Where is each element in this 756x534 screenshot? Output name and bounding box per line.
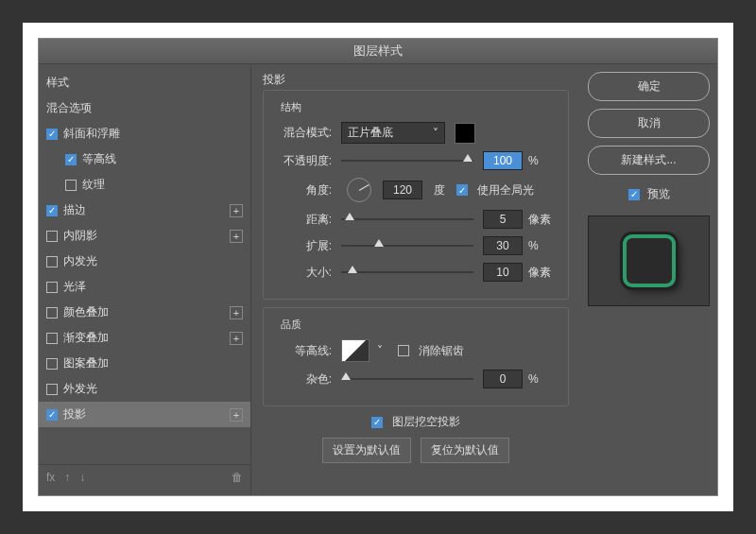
sidebar-item-10[interactable]: 外发光 [39,376,250,402]
effect-label: 内发光 [63,253,243,269]
preview-thumbnail [623,234,676,287]
blend-mode-select[interactable]: 正片叠底˅ [341,122,445,144]
add-effect-icon[interactable]: + [230,332,243,345]
sidebar-item-2[interactable]: 纹理 [39,172,250,198]
chevron-down-icon: ˅ [433,127,438,140]
sidebar-item-7[interactable]: 颜色叠加+ [39,300,250,325]
global-light-checkbox[interactable]: ✓ [456,184,468,196]
effect-checkbox[interactable]: ✓ [46,205,58,216]
effect-label: 投影 [63,406,230,422]
add-effect-icon[interactable]: + [230,204,243,217]
make-default-button[interactable]: 设置为默认值 [322,438,411,463]
sidebar-item-6[interactable]: 光泽 [39,274,250,300]
noise-slider[interactable] [341,372,473,386]
effect-checkbox[interactable] [46,333,58,344]
knockout-checkbox[interactable]: ✓ [371,417,383,428]
distance-input[interactable]: 5 [483,210,523,229]
effect-label: 内阴影 [63,228,230,244]
effect-label: 纹理 [82,177,243,193]
effect-title: 投影 [263,72,569,88]
effect-label: 外发光 [63,381,243,397]
noise-input[interactable]: 0 [483,370,523,388]
new-style-button[interactable]: 新建样式... [588,146,710,175]
sidebar-item-0[interactable]: ✓斜面和浮雕 [39,121,250,146]
layer-style-dialog: 图层样式 样式 混合选项 ✓斜面和浮雕✓等高线纹理✓描边+内阴影+内发光光泽颜色… [38,38,718,496]
sidebar-item-3[interactable]: ✓描边+ [39,198,250,223]
sidebar-item-5[interactable]: 内发光 [39,249,250,274]
contour-picker[interactable] [341,339,369,362]
styles-sidebar: 样式 混合选项 ✓斜面和浮雕✓等高线纹理✓描边+内阴影+内发光光泽颜色叠加+渐变… [39,64,251,495]
dialog-title: 图层样式 [39,39,717,64]
effect-checkbox[interactable] [46,256,58,267]
effect-checkbox[interactable] [46,282,58,293]
effect-label: 等高线 [82,151,243,167]
add-effect-icon[interactable]: + [230,230,243,243]
effect-checkbox[interactable] [46,231,58,242]
opacity-input[interactable]: 100 [483,151,523,170]
distance-slider[interactable] [341,213,473,226]
preview-checkbox[interactable]: ✓ [628,189,640,200]
angle-input[interactable]: 120 [383,181,422,199]
effect-checkbox[interactable] [46,384,58,395]
fx-menu-icon[interactable]: fx [46,471,55,484]
ok-button[interactable]: 确定 [588,72,710,101]
structure-group-label: 结构 [277,100,305,114]
chevron-down-icon[interactable]: ˅ [377,344,383,357]
effect-checkbox[interactable] [46,307,58,319]
add-effect-icon[interactable]: + [230,306,243,319]
effect-checkbox[interactable]: ✓ [65,154,77,165]
sidebar-item-9[interactable]: 图案叠加 [39,351,250,376]
add-effect-icon[interactable]: + [230,408,243,422]
effect-label: 颜色叠加 [63,304,230,320]
effect-checkbox[interactable] [65,180,77,191]
cancel-button[interactable]: 取消 [588,109,710,138]
sidebar-blending[interactable]: 混合选项 [39,95,250,121]
sidebar-item-1[interactable]: ✓等高线 [39,146,250,172]
effect-checkbox[interactable]: ✓ [46,409,58,421]
opacity-slider[interactable] [341,154,473,167]
effect-label: 光泽 [63,279,243,295]
effect-label: 描边 [63,202,230,218]
sidebar-styles[interactable]: 样式 [39,70,250,95]
size-input[interactable]: 10 [483,263,523,282]
spread-input[interactable]: 30 [483,236,523,255]
effect-label: 图案叠加 [63,355,243,371]
spread-slider[interactable] [341,239,473,252]
effect-label: 渐变叠加 [63,330,230,346]
size-slider[interactable] [341,266,473,279]
move-up-icon[interactable]: ↑ [64,471,70,484]
actions-panel: 确定 取消 新建样式... ✓ 预览 [580,64,717,495]
sidebar-item-8[interactable]: 渐变叠加+ [39,325,250,351]
angle-dial[interactable] [347,178,371,202]
effect-label: 斜面和浮雕 [63,126,243,142]
reset-default-button[interactable]: 复位为默认值 [421,438,509,463]
move-down-icon[interactable]: ↓ [79,471,85,484]
settings-panel: 投影 结构 混合模式: 正片叠底˅ 不透明度: 100 % 角度: 120 [251,64,580,495]
trash-icon[interactable]: 🗑 [232,471,243,484]
effect-checkbox[interactable]: ✓ [46,129,58,140]
shadow-color-swatch[interactable] [455,123,475,144]
quality-group-label: 品质 [277,318,305,332]
antialias-checkbox[interactable] [398,345,409,356]
sidebar-item-4[interactable]: 内阴影+ [39,223,250,249]
sidebar-footer: fx ↑ ↓ 🗑 [39,464,250,490]
sidebar-item-11[interactable]: ✓投影+ [39,402,250,427]
preview-box [588,215,710,306]
effect-checkbox[interactable] [46,358,58,370]
